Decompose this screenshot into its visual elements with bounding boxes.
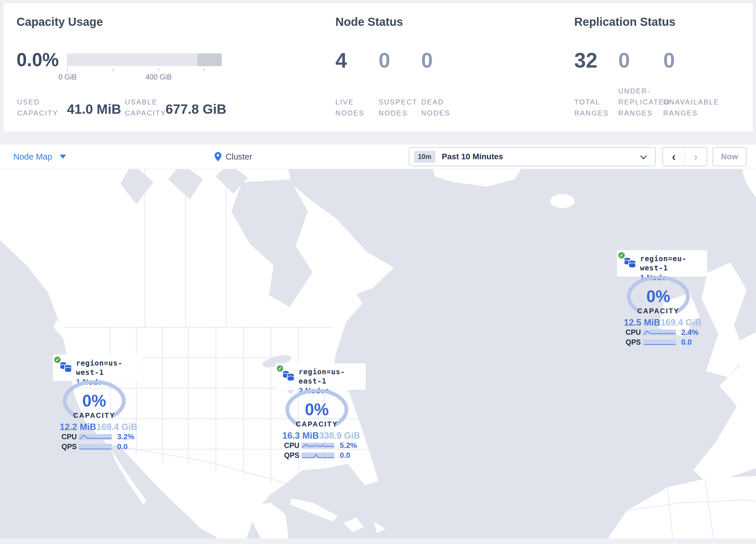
cpu-sparkline [79, 434, 112, 440]
qps-value: 0.0 [340, 451, 350, 460]
qps-label: QPS [61, 443, 79, 451]
locality-card[interactable]: ✓ region=us-west-1 1 Node [53, 355, 143, 381]
map-toolbar: Node Map Cluster 10m Past 10 Minutes ‹ ›… [0, 144, 756, 169]
cpu-label: CPU [61, 433, 79, 441]
usable-capacity-label: USABLE CAPACITY [125, 97, 168, 119]
capacity-usage-title: Capacity Usage [17, 15, 103, 28]
map-node-us-east-1: ✓ region=us-east-1 2 Nodes 0% CAPACITY 1… [275, 363, 368, 462]
dead-nodes-count: 0 [421, 48, 433, 72]
now-button[interactable]: Now [713, 147, 746, 166]
capacity-caption: CAPACITY [288, 420, 346, 428]
node-map[interactable]: ✓ region=us-west-1 1 Node 0% CAPACITY 12… [0, 169, 756, 538]
map-node-us-west-1: ✓ region=us-west-1 1 Node 0% CAPACITY 12… [53, 355, 146, 453]
time-window-badge: 10m [414, 151, 435, 163]
node-status-title: Node Status [335, 15, 403, 28]
qps-sparkline [301, 452, 335, 459]
time-step-back-button[interactable]: ‹ [663, 148, 685, 166]
region-label: region=us-east-1 [299, 367, 366, 386]
locality-card[interactable]: ✓ region=us-east-1 2 Nodes [275, 363, 366, 390]
chevron-right-icon: › [694, 151, 698, 162]
used-value: 16.3 MiB [282, 431, 319, 441]
live-nodes-count: 4 [335, 48, 347, 72]
time-window-selector[interactable]: 10m Past 10 Minutes [409, 147, 656, 166]
unavailable-ranges-label: UNAVAILABLE RANGES [663, 97, 715, 119]
breadcrumb-label: Cluster [226, 152, 252, 162]
unavailable-ranges-count: 0 [663, 48, 675, 72]
usable-value: 169.4 GiB [97, 422, 137, 432]
database-icon [623, 256, 637, 270]
capacity-tick [158, 68, 159, 71]
cluster-summary-panel: Capacity Usage 0.0% 0 GiB 400 GiB USED C… [3, 3, 753, 132]
used-value: 12.5 MiB [624, 318, 660, 328]
usable-capacity-value: 677.8 GiB [166, 101, 226, 117]
capacity-percent: 0% [288, 400, 346, 419]
replication-status-title: Replication Status [574, 15, 675, 28]
qps-value: 0.0 [681, 338, 692, 347]
usable-value: 169.4 GiB [661, 318, 702, 328]
capacity-tick [67, 68, 68, 71]
chevron-down-icon [640, 155, 647, 159]
live-nodes-label: LIVE NODES [335, 97, 367, 119]
dead-nodes-label: DEAD NODES [421, 97, 455, 119]
database-icon [59, 361, 73, 375]
breadcrumb[interactable]: Cluster [215, 144, 252, 169]
caret-down-icon [60, 155, 66, 159]
capacity-caption: CAPACITY [65, 411, 123, 420]
qps-sparkline [643, 339, 676, 346]
cpu-label: CPU [284, 441, 301, 450]
chevron-left-icon: ‹ [672, 151, 676, 162]
time-window-label: Past 10 Minutes [442, 152, 503, 161]
capacity-bar [67, 53, 222, 66]
used-value: 12.2 MiB [60, 422, 96, 432]
time-step-buttons: ‹ › [662, 147, 707, 166]
view-selector-label: Node Map [13, 152, 52, 162]
cpu-label: CPU [626, 328, 643, 337]
qps-value: 0.0 [117, 442, 128, 451]
capacity-percent: 0% [65, 391, 123, 410]
capacity-caption: CAPACITY [629, 307, 687, 315]
total-ranges-count: 32 [574, 48, 597, 72]
suspect-nodes-label: SUSPECT NODES [379, 97, 418, 119]
capacity-tick [204, 68, 204, 71]
used-capacity-label: USED CAPACITY [17, 97, 56, 119]
capacity-percent: 0% [629, 287, 687, 306]
database-icon [282, 370, 296, 384]
map-node-eu-west-1: ✓ region=eu-west-1 1 Node 0% CAPACITY 12… [617, 250, 710, 349]
cpu-value: 5.2% [340, 441, 357, 450]
suspect-nodes-count: 0 [379, 48, 390, 72]
qps-sparkline [79, 444, 112, 450]
region-label: region=us-west-1 [76, 359, 143, 377]
capacity-bar-reserved-segment [197, 53, 222, 66]
capacity-tick-label-400: 400 GiB [141, 73, 176, 81]
locality-card[interactable]: ✓ region=eu-west-1 1 Node [617, 250, 707, 277]
qps-label: QPS [626, 338, 643, 347]
capacity-used-percent: 0.0% [17, 49, 59, 70]
total-ranges-label: TOTAL RANGES [574, 97, 608, 119]
qps-label: QPS [284, 451, 301, 460]
usable-value: 338.9 GiB [319, 431, 360, 441]
region-label: region=eu-west-1 [640, 254, 707, 273]
world-map-graphic [0, 169, 756, 538]
time-step-forward-button[interactable]: › [685, 148, 707, 166]
location-pin-icon [215, 152, 221, 161]
used-capacity-value: 41.0 MiB [67, 101, 121, 117]
capacity-tick [113, 68, 113, 71]
under-replicated-ranges-count: 0 [618, 48, 630, 72]
cpu-value: 2.4% [681, 328, 698, 337]
cpu-value: 3.2% [117, 432, 134, 441]
cpu-sparkline [301, 443, 335, 449]
cpu-sparkline [643, 329, 676, 336]
view-selector-dropdown[interactable]: Node Map [13, 144, 66, 169]
capacity-tick-label-0: 0 GiB [50, 73, 85, 81]
under-replicated-ranges-label: UNDER-REPLICATED RANGES [618, 86, 666, 119]
